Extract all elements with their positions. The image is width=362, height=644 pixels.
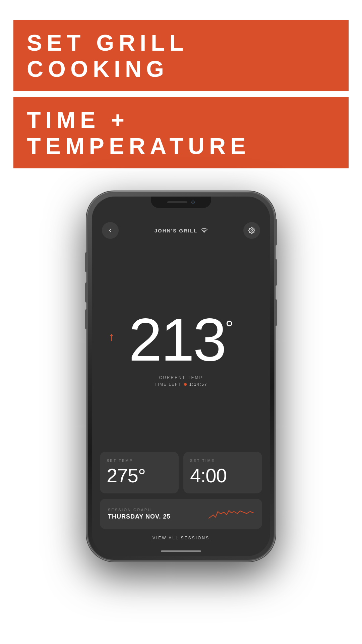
set-temp-value: 275° (107, 466, 172, 485)
time-left-label: TIME LEFT (155, 382, 181, 387)
notch-camera (191, 201, 195, 204)
view-all-sessions-link[interactable]: VIEW ALL SESSIONS (92, 536, 270, 550)
banner-text-1: SET GRILL COOKING (27, 30, 335, 82)
nav-title-area: JOHN'S GRILL (155, 228, 207, 233)
banner-line2: TIME + TEMPERATURE (13, 97, 349, 168)
set-temp-label: SET TEMP (107, 459, 172, 463)
set-temp-card[interactable]: SET TEMP 275° (100, 452, 179, 493)
home-bar-line (161, 550, 201, 552)
current-temp-label: CURRENT TEMP (159, 375, 203, 380)
settings-button[interactable] (243, 222, 260, 239)
current-temp-value: 213 (129, 310, 225, 370)
time-left-value: 1:14:57 (189, 382, 207, 387)
session-graph-card[interactable]: SESSION GRAPH THURSDAY NOV. 25 (100, 499, 262, 529)
temp-degree-symbol: ° (225, 316, 233, 339)
notch-speaker (167, 201, 187, 203)
session-graph-label: SESSION GRAPH (108, 508, 170, 512)
phone-wrapper: JOHN'S GRILL (87, 192, 275, 561)
banner-line1: SET GRILL COOKING (13, 20, 349, 91)
gear-icon (248, 227, 255, 234)
session-info: SESSION GRAPH THURSDAY NOV. 25 (108, 508, 170, 520)
svg-point-0 (204, 232, 205, 233)
grill-name: JOHN'S GRILL (155, 228, 197, 233)
phone-notch (151, 197, 211, 208)
cards-row: SET TEMP 275° SET TIME 4:00 (92, 452, 270, 493)
time-left-row: TIME LEFT 1:14:57 (155, 382, 207, 387)
back-button[interactable] (102, 222, 119, 239)
screen-content: JOHN'S GRILL (92, 197, 270, 556)
temp-main-display: ↑ 213 ° CURRENT TEMP TIME LEFT 1:14:57 (92, 244, 270, 452)
temp-rising-arrow: ↑ (109, 330, 115, 344)
home-bar (92, 550, 270, 556)
wifi-icon (201, 228, 207, 233)
set-time-card[interactable]: SET TIME 4:00 (183, 452, 262, 493)
time-indicator-dot (184, 383, 187, 386)
back-icon (107, 227, 114, 234)
svg-point-1 (251, 230, 252, 231)
banner-text-2: TIME + TEMPERATURE (27, 107, 335, 159)
session-date: THURSDAY NOV. 25 (108, 513, 170, 520)
temp-number-row: ↑ 213 ° (129, 310, 233, 370)
set-time-label: SET TIME (190, 459, 255, 463)
temp-labels: CURRENT TEMP TIME LEFT 1:14:57 (155, 375, 207, 387)
session-graph-sparkline (207, 505, 254, 522)
top-nav: JOHN'S GRILL (92, 217, 270, 244)
phone-screen: JOHN'S GRILL (92, 197, 270, 556)
phone-shell: JOHN'S GRILL (87, 192, 275, 561)
banner-container: SET GRILL COOKING TIME + TEMPERATURE (0, 0, 362, 168)
set-time-value: 4:00 (190, 466, 255, 485)
